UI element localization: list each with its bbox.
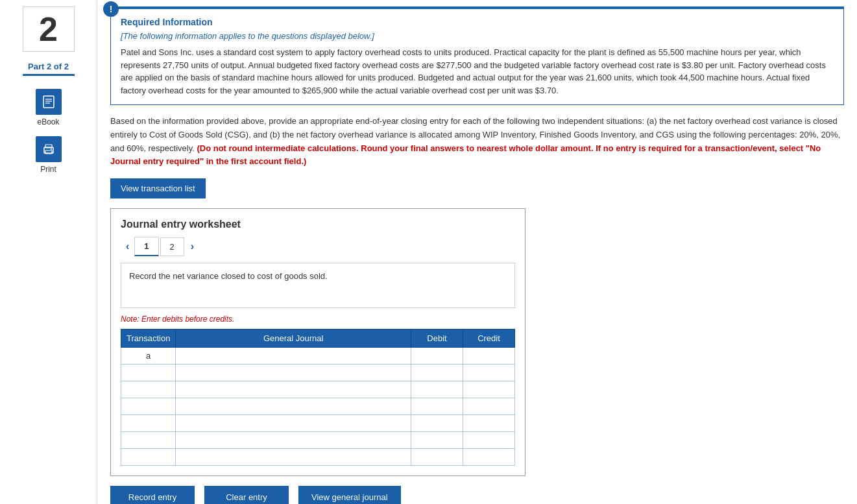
journal-field-3[interactable] (176, 381, 411, 398)
transaction-cell-empty-4 (121, 398, 176, 415)
table-row (121, 365, 515, 381)
journal-input-6[interactable] (176, 432, 411, 449)
main-content: ! Required Information [The following in… (97, 0, 857, 504)
credit-input-6[interactable] (463, 432, 515, 449)
required-info-subtitle: [The following information applies to th… (121, 31, 834, 41)
bottom-buttons: Record entry Clear entry View general jo… (110, 486, 525, 504)
debit-field-5[interactable] (411, 415, 463, 431)
transaction-cell-a: a (121, 348, 176, 365)
debit-input-4[interactable] (411, 398, 463, 415)
transaction-cell-empty-6 (121, 432, 176, 449)
journal-field-1[interactable] (176, 348, 411, 364)
debit-input-7[interactable] (411, 449, 463, 466)
debit-input-2[interactable] (411, 365, 463, 381)
transaction-cell-empty-7 (121, 449, 176, 466)
journal-table: Transaction General Journal Debit Credit… (121, 329, 515, 466)
transaction-cell-empty-2 (121, 365, 176, 381)
worksheet-title: Journal entry worksheet (121, 219, 515, 230)
ebook-button[interactable]: eBook (36, 89, 62, 126)
journal-input-4[interactable] (176, 398, 411, 415)
credit-field-3[interactable] (463, 381, 514, 398)
credit-field-4[interactable] (463, 398, 514, 414)
journal-field-5[interactable] (176, 415, 411, 431)
table-row (121, 398, 515, 415)
credit-field-6[interactable] (463, 432, 514, 448)
info-icon: ! (103, 1, 119, 17)
tab-next-arrow[interactable]: › (186, 238, 199, 255)
journal-input-5[interactable] (176, 415, 411, 432)
view-transaction-button[interactable]: View transaction list (110, 178, 206, 198)
print-button[interactable]: Print (36, 136, 62, 174)
credit-input-2[interactable] (463, 365, 515, 381)
required-info-body: Patel and Sons Inc. uses a standard cost… (121, 46, 834, 97)
tab-2[interactable]: 2 (160, 237, 184, 256)
col-header-journal: General Journal (176, 330, 411, 348)
transaction-cell-empty-5 (121, 415, 176, 432)
print-label: Print (40, 165, 56, 174)
print-icon (36, 136, 62, 162)
credit-field-1[interactable] (463, 348, 514, 364)
credit-input-3[interactable] (463, 381, 515, 398)
clear-entry-button[interactable]: Clear entry (204, 486, 289, 504)
tab-navigation: ‹ 1 2 › (121, 237, 515, 256)
question-number-box: 2 (23, 6, 75, 52)
journal-input-7[interactable] (176, 449, 411, 466)
question-text: Based on the information provided above,… (110, 115, 844, 169)
credit-input-7[interactable] (463, 449, 515, 466)
table-row (121, 381, 515, 398)
debit-field-6[interactable] (411, 432, 463, 448)
table-row (121, 449, 515, 466)
debit-field-1[interactable] (411, 348, 463, 364)
debit-input-6[interactable] (411, 432, 463, 449)
journal-input-3[interactable] (176, 381, 411, 398)
debit-input-5[interactable] (411, 415, 463, 432)
debit-field-3[interactable] (411, 381, 463, 398)
debit-input-3[interactable] (411, 381, 463, 398)
note-text: Note: Enter debits before credits. (121, 315, 515, 324)
journal-field-6[interactable] (176, 432, 411, 448)
credit-field-7[interactable] (463, 449, 514, 465)
credit-input-4[interactable] (463, 398, 515, 415)
table-row (121, 415, 515, 432)
required-info-title: Required Information (121, 17, 834, 27)
journal-field-2[interactable] (176, 365, 411, 381)
debit-input-1[interactable] (411, 348, 463, 365)
table-row: a (121, 348, 515, 365)
table-row (121, 432, 515, 449)
ebook-icon (36, 89, 62, 115)
record-description: Record the net variance closed to cost o… (121, 263, 515, 308)
record-entry-button[interactable]: Record entry (110, 486, 195, 504)
part-underline (23, 74, 75, 76)
journal-field-7[interactable] (176, 449, 411, 465)
col-header-transaction: Transaction (121, 330, 176, 348)
journal-input-2[interactable] (176, 365, 411, 381)
tab-1[interactable]: 1 (134, 237, 158, 256)
worksheet-container: Journal entry worksheet ‹ 1 2 › Record t… (110, 208, 525, 476)
tab-prev-arrow[interactable]: ‹ (121, 238, 134, 255)
question-number: 2 (39, 12, 58, 46)
question-text-warning: (Do not round intermediate calculations.… (110, 143, 821, 167)
journal-field-4[interactable] (176, 398, 411, 414)
svg-rect-0 (43, 96, 54, 108)
view-general-journal-button[interactable]: View general journal (298, 486, 401, 504)
journal-input-1[interactable] (176, 348, 411, 365)
col-header-debit: Debit (411, 330, 463, 348)
part-label: Part 2 of 2 (28, 62, 69, 71)
col-header-credit: Credit (463, 330, 515, 348)
credit-input-1[interactable] (463, 348, 515, 365)
debit-field-4[interactable] (411, 398, 463, 414)
credit-input-5[interactable] (463, 415, 515, 432)
ebook-label: eBook (37, 117, 59, 126)
debit-field-7[interactable] (411, 449, 463, 465)
transaction-cell-empty-3 (121, 381, 176, 398)
debit-field-2[interactable] (411, 365, 463, 381)
credit-field-2[interactable] (463, 365, 514, 381)
credit-field-5[interactable] (463, 415, 514, 431)
required-info-box: ! Required Information [The following in… (110, 6, 844, 105)
sidebar: 2 Part 2 of 2 eBook (0, 0, 97, 504)
svg-point-7 (51, 149, 52, 150)
